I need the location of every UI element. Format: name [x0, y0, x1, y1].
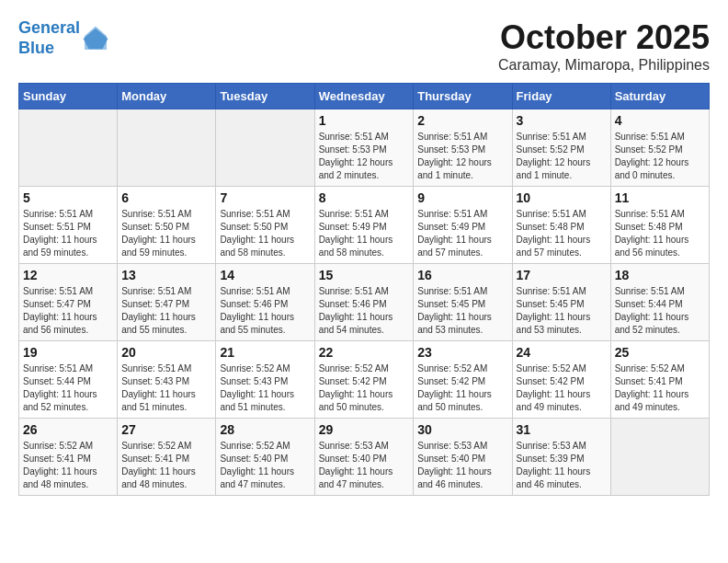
day-number: 7	[220, 190, 310, 205]
calendar-cell: 17Sunrise: 5:51 AM Sunset: 5:45 PM Dayli…	[512, 264, 610, 341]
day-info: Sunrise: 5:51 AM Sunset: 5:50 PM Dayligh…	[121, 208, 211, 259]
day-info: Sunrise: 5:51 AM Sunset: 5:45 PM Dayligh…	[417, 285, 507, 337]
day-number: 5	[23, 190, 113, 205]
day-info: Sunrise: 5:51 AM Sunset: 5:46 PM Dayligh…	[319, 285, 410, 337]
calendar-cell: 1Sunrise: 5:51 AM Sunset: 5:53 PM Daylig…	[314, 109, 414, 187]
day-number: 27	[121, 422, 211, 437]
calendar-cell: 2Sunrise: 5:51 AM Sunset: 5:53 PM Daylig…	[414, 109, 512, 187]
weekday-header: Friday	[512, 84, 610, 109]
day-info: Sunrise: 5:51 AM Sunset: 5:47 PM Dayligh…	[23, 285, 113, 337]
calendar-cell: 29Sunrise: 5:53 AM Sunset: 5:40 PM Dayli…	[314, 419, 414, 496]
calendar-cell: 20Sunrise: 5:51 AM Sunset: 5:43 PM Dayli…	[118, 341, 216, 419]
weekday-header: Sunday	[19, 84, 118, 109]
day-info: Sunrise: 5:51 AM Sunset: 5:53 PM Dayligh…	[417, 131, 507, 182]
day-info: Sunrise: 5:51 AM Sunset: 5:49 PM Dayligh…	[319, 208, 410, 259]
calendar-cell: 19Sunrise: 5:51 AM Sunset: 5:44 PM Dayli…	[19, 341, 118, 419]
day-info: Sunrise: 5:51 AM Sunset: 5:44 PM Dayligh…	[23, 362, 113, 414]
day-number: 13	[121, 268, 211, 282]
day-number: 29	[319, 422, 410, 437]
day-number: 12	[23, 268, 113, 282]
day-number: 4	[615, 113, 705, 128]
calendar-week-row: 12Sunrise: 5:51 AM Sunset: 5:47 PM Dayli…	[19, 264, 710, 341]
day-info: Sunrise: 5:51 AM Sunset: 5:50 PM Dayligh…	[220, 208, 310, 259]
day-info: Sunrise: 5:52 AM Sunset: 5:42 PM Dayligh…	[417, 362, 507, 414]
calendar-cell: 4Sunrise: 5:51 AM Sunset: 5:52 PM Daylig…	[610, 109, 709, 187]
weekday-header: Monday	[118, 84, 216, 109]
day-info: Sunrise: 5:52 AM Sunset: 5:41 PM Dayligh…	[23, 440, 113, 491]
calendar-week-row: 5Sunrise: 5:51 AM Sunset: 5:51 PM Daylig…	[19, 187, 710, 264]
day-number: 9	[417, 190, 507, 205]
title-block: October 2025 Caramay, Mimaropa, Philippi…	[498, 18, 710, 74]
day-info: Sunrise: 5:53 AM Sunset: 5:40 PM Dayligh…	[417, 440, 507, 491]
calendar-cell: 16Sunrise: 5:51 AM Sunset: 5:45 PM Dayli…	[414, 264, 512, 341]
day-number: 11	[615, 190, 705, 205]
logo-text: General Blue	[18, 18, 80, 58]
svg-marker-1	[85, 26, 107, 50]
day-info: Sunrise: 5:51 AM Sunset: 5:53 PM Dayligh…	[319, 131, 410, 182]
day-number: 15	[319, 268, 410, 282]
day-number: 14	[220, 268, 310, 282]
day-info: Sunrise: 5:53 AM Sunset: 5:40 PM Dayligh…	[319, 440, 410, 491]
calendar-cell	[610, 419, 709, 496]
day-info: Sunrise: 5:53 AM Sunset: 5:39 PM Dayligh…	[517, 440, 607, 491]
calendar-table: SundayMondayTuesdayWednesdayThursdayFrid…	[18, 83, 710, 496]
day-info: Sunrise: 5:51 AM Sunset: 5:46 PM Dayligh…	[220, 285, 310, 337]
logo: General Blue	[18, 18, 109, 58]
day-number: 6	[121, 190, 211, 205]
day-info: Sunrise: 5:52 AM Sunset: 5:42 PM Dayligh…	[517, 362, 607, 414]
day-info: Sunrise: 5:52 AM Sunset: 5:42 PM Dayligh…	[319, 362, 410, 414]
calendar-cell: 3Sunrise: 5:51 AM Sunset: 5:52 PM Daylig…	[512, 109, 610, 187]
day-info: Sunrise: 5:51 AM Sunset: 5:44 PM Dayligh…	[615, 285, 705, 337]
day-number: 1	[319, 113, 410, 128]
day-number: 10	[517, 190, 607, 205]
calendar-week-row: 19Sunrise: 5:51 AM Sunset: 5:44 PM Dayli…	[19, 341, 710, 419]
day-info: Sunrise: 5:51 AM Sunset: 5:48 PM Dayligh…	[517, 208, 607, 259]
day-number: 22	[319, 345, 410, 360]
weekday-header: Tuesday	[216, 84, 314, 109]
calendar-week-row: 26Sunrise: 5:52 AM Sunset: 5:41 PM Dayli…	[19, 419, 710, 496]
day-info: Sunrise: 5:52 AM Sunset: 5:43 PM Dayligh…	[220, 362, 310, 414]
calendar-cell: 30Sunrise: 5:53 AM Sunset: 5:40 PM Dayli…	[414, 419, 512, 496]
calendar-cell: 11Sunrise: 5:51 AM Sunset: 5:48 PM Dayli…	[610, 187, 709, 264]
calendar-cell: 24Sunrise: 5:52 AM Sunset: 5:42 PM Dayli…	[512, 341, 610, 419]
day-number: 8	[319, 190, 410, 205]
calendar-cell: 25Sunrise: 5:52 AM Sunset: 5:41 PM Dayli…	[610, 341, 709, 419]
day-number: 3	[517, 113, 607, 128]
day-number: 2	[417, 113, 507, 128]
calendar-cell: 31Sunrise: 5:53 AM Sunset: 5:39 PM Dayli…	[512, 419, 610, 496]
day-info: Sunrise: 5:51 AM Sunset: 5:45 PM Dayligh…	[517, 285, 607, 337]
day-info: Sunrise: 5:51 AM Sunset: 5:51 PM Dayligh…	[23, 208, 113, 259]
day-number: 21	[220, 345, 310, 360]
day-number: 26	[23, 422, 113, 437]
day-number: 18	[615, 268, 705, 282]
day-number: 30	[417, 422, 507, 437]
day-info: Sunrise: 5:52 AM Sunset: 5:40 PM Dayligh…	[220, 440, 310, 491]
day-info: Sunrise: 5:51 AM Sunset: 5:47 PM Dayligh…	[121, 285, 211, 337]
calendar-cell: 27Sunrise: 5:52 AM Sunset: 5:41 PM Dayli…	[118, 419, 216, 496]
day-number: 31	[517, 422, 607, 437]
day-info: Sunrise: 5:51 AM Sunset: 5:52 PM Dayligh…	[517, 131, 607, 182]
logo-icon	[82, 25, 109, 52]
day-number: 24	[517, 345, 607, 360]
calendar-week-row: 1Sunrise: 5:51 AM Sunset: 5:53 PM Daylig…	[19, 109, 710, 187]
calendar-cell: 21Sunrise: 5:52 AM Sunset: 5:43 PM Dayli…	[216, 341, 314, 419]
day-number: 25	[615, 345, 705, 360]
weekday-header: Saturday	[610, 84, 709, 109]
day-number: 20	[121, 345, 211, 360]
day-info: Sunrise: 5:51 AM Sunset: 5:49 PM Dayligh…	[417, 208, 507, 259]
calendar-cell	[19, 109, 118, 187]
calendar-cell	[118, 109, 216, 187]
day-info: Sunrise: 5:51 AM Sunset: 5:43 PM Dayligh…	[121, 362, 211, 414]
calendar-cell: 28Sunrise: 5:52 AM Sunset: 5:40 PM Dayli…	[216, 419, 314, 496]
day-number: 16	[417, 268, 507, 282]
weekday-header-row: SundayMondayTuesdayWednesdayThursdayFrid…	[19, 84, 710, 109]
calendar-cell: 18Sunrise: 5:51 AM Sunset: 5:44 PM Dayli…	[610, 264, 709, 341]
calendar-cell: 10Sunrise: 5:51 AM Sunset: 5:48 PM Dayli…	[512, 187, 610, 264]
calendar-cell: 14Sunrise: 5:51 AM Sunset: 5:46 PM Dayli…	[216, 264, 314, 341]
day-info: Sunrise: 5:51 AM Sunset: 5:48 PM Dayligh…	[615, 208, 705, 259]
calendar-cell: 9Sunrise: 5:51 AM Sunset: 5:49 PM Daylig…	[414, 187, 512, 264]
day-number: 17	[517, 268, 607, 282]
calendar-cell: 13Sunrise: 5:51 AM Sunset: 5:47 PM Dayli…	[118, 264, 216, 341]
weekday-header: Wednesday	[314, 84, 414, 109]
day-info: Sunrise: 5:52 AM Sunset: 5:41 PM Dayligh…	[121, 440, 211, 491]
